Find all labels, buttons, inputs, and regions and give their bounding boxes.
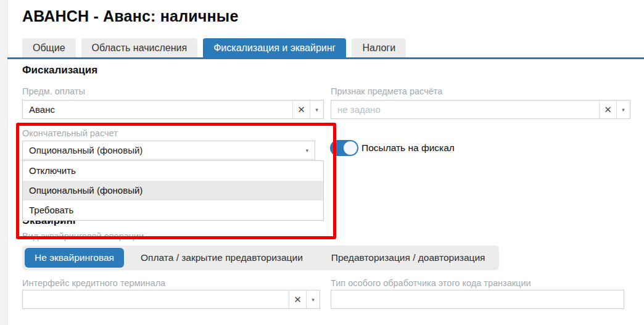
special-handler-input[interactable] xyxy=(331,290,624,309)
dropdown-option-require[interactable]: Требовать xyxy=(23,200,323,220)
fiscalization-settings-page: АВАНСН - Аванс: наличные Общие Область н… xyxy=(0,0,644,325)
segment-preauth-additional-auth[interactable]: Предавторизация / доавторизация xyxy=(317,252,500,263)
chevron-down-icon[interactable]: ▾ xyxy=(306,290,320,308)
settlement-attr-label: Признак предмета расчёта xyxy=(331,86,442,96)
terminal-interface-input[interactable] xyxy=(23,290,289,308)
clear-icon[interactable]: ✕ xyxy=(599,101,616,118)
left-panel-edge xyxy=(0,0,8,325)
send-to-fiscal-label: Посылать на фискал xyxy=(361,142,455,154)
payment-subject-input[interactable] xyxy=(23,101,292,118)
terminal-interface-label: Интерфейс кредитного терминала xyxy=(22,278,165,288)
tab-bar: Общие Область начисления Фискализация и … xyxy=(22,38,406,57)
payment-subject-combobox[interactable]: ✕ ▾ xyxy=(22,100,324,119)
settlement-attr-combobox[interactable]: ✕ ▾ xyxy=(331,100,630,119)
final-settlement-label: Окончательный расчет xyxy=(22,128,118,138)
operation-type-segmented-control: Не эквайринговая Оплата / закрытие преда… xyxy=(22,245,499,270)
send-to-fiscal-toggle[interactable] xyxy=(330,140,358,156)
tab-general[interactable]: Общие xyxy=(22,38,76,57)
chevron-down-icon[interactable]: ▾ xyxy=(310,101,323,118)
chevron-down-icon[interactable]: ▾ xyxy=(616,101,630,118)
final-settlement-dropdown: Отключить Опциональный (фоновый) Требова… xyxy=(22,160,324,221)
terminal-interface-combobox[interactable]: ✕ ▾ xyxy=(22,290,320,309)
dropdown-option-disable[interactable]: Отключить xyxy=(23,161,323,181)
segment-not-acquiring[interactable]: Не эквайринговая xyxy=(25,248,124,268)
chevron-down-icon: ▾ xyxy=(305,147,308,154)
tab-taxes[interactable]: Налоги xyxy=(352,38,406,57)
section-title-fiscalization: Фискализация xyxy=(22,64,97,76)
final-settlement-value: Опциональный (фоновый) xyxy=(29,145,142,155)
final-settlement-select[interactable]: Опциональный (фоновый) ▾ xyxy=(22,141,315,160)
settlement-attr-input[interactable] xyxy=(331,101,599,118)
clear-icon[interactable]: ✕ xyxy=(289,290,306,308)
special-handler-label: Тип особого обработчика этого кода транз… xyxy=(331,278,531,288)
tab-fiscalization-acquiring[interactable]: Фискализация и эквайринг xyxy=(203,38,346,57)
operation-type-label: Вид эквайринговой операции xyxy=(22,231,144,241)
dropdown-option-optional[interactable]: Опциональный (фоновый) xyxy=(23,181,323,200)
clear-icon[interactable]: ✕ xyxy=(292,101,310,118)
segment-payment-close-preauth[interactable]: Оплата / закрытие предавторизации xyxy=(126,252,317,263)
payment-subject-label: Предм. оплаты xyxy=(22,86,85,96)
page-title: АВАНСН - Аванс: наличные xyxy=(22,7,239,25)
toggle-knob xyxy=(343,141,358,155)
tab-accrual-area[interactable]: Область начисления xyxy=(81,38,198,57)
tab-underline xyxy=(7,57,644,59)
